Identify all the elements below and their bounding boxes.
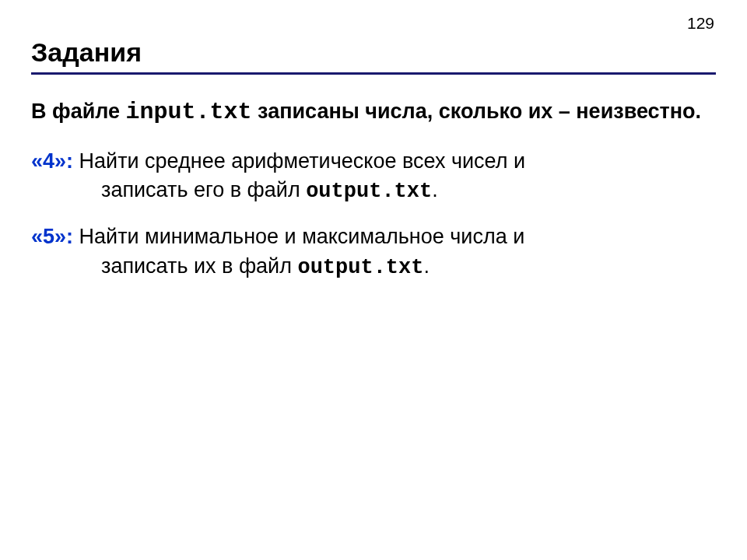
task-5-line2-suffix: . [423, 254, 430, 278]
task-4-line2-wrap: записать его в файл output.txt. [31, 176, 716, 207]
task-4-code: output.txt [306, 180, 432, 203]
intro-code: input.txt [126, 99, 252, 125]
task-5-code: output.txt [297, 256, 423, 279]
task-4: «4»: Найти среднее арифметическое всех ч… [31, 147, 716, 208]
task-5: «5»: Найти минимальное и максимальное чи… [31, 222, 716, 283]
page-number: 129 [687, 14, 714, 33]
task-4-line2-suffix: . [432, 178, 438, 201]
task-5-line1-wrap: «5»: Найти минимальное и максимальное чи… [31, 222, 716, 252]
task-4-label: «4»: [31, 149, 73, 173]
task-4-line1-wrap: «4»: Найти среднее арифметическое всех ч… [31, 147, 716, 177]
task-5-line2-wrap: записать их в файл output.txt. [31, 252, 716, 283]
task-5-label: «5»: [31, 225, 73, 248]
intro-text: В файле input.txt записаны числа, скольк… [31, 96, 716, 128]
task-5-line2-prefix: записать их в файл [101, 254, 297, 278]
title-divider [31, 72, 716, 75]
task-5-line1: Найти минимальное и максимальное числа и [73, 225, 524, 248]
page-title: Задания [31, 37, 716, 68]
intro-part2: записаны числа, сколько их – неизвестно. [252, 100, 702, 123]
task-4-line2-prefix: записать его в файл [101, 178, 306, 201]
intro-part1: В файле [31, 100, 126, 123]
task-4-line1: Найти среднее арифметическое всех чисел … [73, 149, 525, 173]
